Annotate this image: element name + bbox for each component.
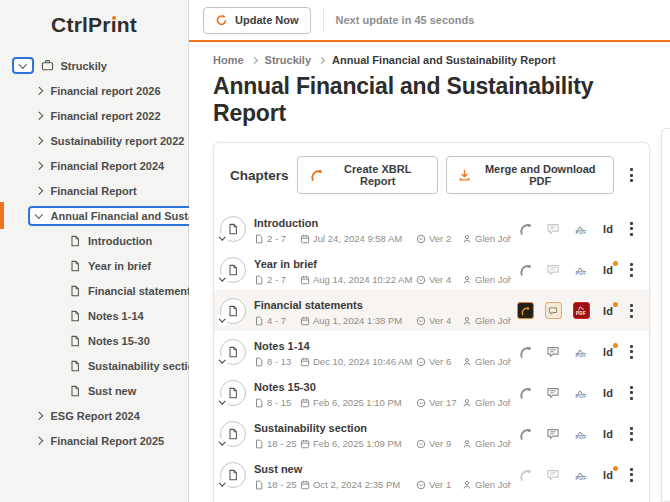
tree-item-box[interactable]: Financial Report 2024 [28,156,172,176]
pdf-action[interactable]: PDF PDF [567,472,595,478]
chapter-avatar[interactable] [220,421,246,447]
tree-item-box[interactable]: Notes 15-30 [52,331,158,351]
sidebar-tree-item[interactable]: Struckily [0,53,188,78]
sidebar-tree-item[interactable]: Financial Report 2024 [0,153,188,178]
sidebar-tree-item[interactable]: ESG Report 2024 [0,403,188,428]
sidebar-tree-item[interactable]: Financial Report [0,178,188,203]
sidebar-tree-item[interactable]: Annual Financial and Sustainab... [0,203,188,228]
chevron-down-icon[interactable] [19,60,27,68]
chapter-name[interactable]: Introduction [254,217,318,229]
id-action[interactable]: Id [595,305,621,317]
xbrl-action[interactable] [511,427,539,441]
pdf-action[interactable]: PDF PDF [567,431,595,437]
more-options-icon[interactable] [621,424,641,444]
tree-item-label[interactable]: Financial report 2026 [51,85,161,97]
more-options-icon[interactable] [621,260,641,280]
more-options-icon[interactable] [622,165,641,185]
breadcrumb-item-home[interactable]: Home [213,54,244,66]
xbrl-action[interactable] [511,468,539,482]
chapter-row[interactable]: Sustainability section 18 - 25 Feb 6, 20… [214,413,649,454]
tree-item-label[interactable]: Financial Report 2024 [51,160,165,172]
chevron-down-icon[interactable] [217,438,228,449]
chevron-right-icon[interactable] [35,112,43,120]
more-options-icon[interactable] [621,465,641,485]
xbrl-action[interactable] [511,345,539,359]
chapter-row[interactable]: Notes 15-30 8 - 15 Feb 6, 2025 1:10 PM V… [214,372,649,413]
tree-item-label[interactable]: Sustainability section [88,360,201,372]
id-action[interactable]: Id [595,428,621,440]
chevron-down-icon[interactable] [217,397,228,408]
sidebar-tree-item[interactable]: Notes 1-14 [0,303,188,328]
tree-item-box[interactable]: Year in brief [52,256,159,276]
comments-action[interactable] [539,468,567,482]
tree-item-box[interactable]: Sustainability section [52,356,209,376]
chapter-avatar[interactable] [220,216,246,242]
tree-item-label[interactable]: Struckily [61,60,107,72]
chevron-right-icon[interactable] [35,87,43,95]
sidebar-tree-item[interactable]: Sustainability report 2022 [0,128,188,153]
pdf-action[interactable]: PDF PDF [567,302,595,319]
sidebar-tree-item[interactable]: Notes 15-30 [0,328,188,353]
chapter-name[interactable]: Sust new [254,463,302,475]
sidebar-tree-item[interactable]: Introduction [0,228,188,253]
id-action[interactable]: Id [595,387,621,399]
sidebar-tree-item[interactable]: Financial Report 2025 [0,428,188,453]
chevron-right-icon[interactable] [35,187,43,195]
xbrl-action[interactable] [511,263,539,277]
more-options-icon[interactable] [621,301,641,321]
chevron-down-icon[interactable] [217,479,228,490]
chapter-row[interactable]: Year in brief 2 - 7 Aug 14, 2024 10:22 A… [214,249,649,290]
tree-item-box[interactable]: Financial report 2026 [28,81,169,101]
tree-item-label[interactable]: Sust new [88,385,136,397]
sidebar-tree-item[interactable]: Sust new [0,378,188,403]
chapter-name[interactable]: Notes 1-14 [254,340,310,352]
chevron-down-icon[interactable] [35,210,43,218]
id-action[interactable]: Id [595,264,621,276]
tree-item-label[interactable]: Year in brief [88,260,151,272]
tree-item-box[interactable]: Struckily [6,53,115,79]
sidebar-tree-item[interactable]: Year in brief [0,253,188,278]
chapter-name[interactable]: Notes 15-30 [254,381,316,393]
tree-item-label[interactable]: Financial report 2022 [51,110,161,122]
tree-item-box[interactable]: Financial statements [52,281,205,301]
sidebar-tree-item[interactable]: Financial statements [0,278,188,303]
create-xbrl-report-button[interactable]: Create XBRL Report [297,156,438,194]
xbrl-action[interactable] [511,222,539,236]
tree-item-label[interactable]: Financial Report 2025 [51,435,165,447]
id-action[interactable]: Id [595,469,621,481]
tree-item-box[interactable]: Introduction [52,231,160,251]
chapter-row[interactable]: Financial statements 4 - 7 Aug 1, 2024 1… [214,290,649,331]
comments-action[interactable] [539,263,567,277]
tree-item-label[interactable]: Financial Report [51,185,137,197]
tree-item-label[interactable]: ESG Report 2024 [51,410,140,422]
chevron-right-icon[interactable] [35,162,43,170]
sidebar-tree-item[interactable]: Financial report 2022 [0,103,188,128]
more-options-icon[interactable] [621,383,641,403]
chevron-right-icon[interactable] [35,412,43,420]
chapter-avatar[interactable] [220,298,246,324]
chapter-avatar[interactable] [220,339,246,365]
tree-item-box[interactable]: Financial report 2022 [28,106,169,126]
chapter-avatar[interactable] [220,462,246,488]
update-now-button[interactable]: Update Now [203,7,311,34]
chapter-name[interactable]: Financial statements [254,299,363,311]
pdf-action[interactable]: PDF PDF [567,226,595,232]
chapter-name[interactable]: Sustainability section [254,422,367,434]
more-options-icon[interactable] [621,342,641,362]
comments-action[interactable] [539,386,567,400]
pdf-action[interactable]: PDF PDF [567,267,595,273]
xbrl-action[interactable] [511,302,539,319]
merge-download-pdf-button[interactable]: Merge and Download PDF [446,156,614,194]
pdf-action[interactable]: PDF PDF [567,349,595,355]
tree-item-box[interactable]: Sustainability report 2022 [28,131,192,151]
chapter-name[interactable]: Year in brief [254,258,317,270]
chevron-down-icon[interactable] [217,274,228,285]
id-action[interactable]: Id [595,346,621,358]
chevron-right-icon[interactable] [35,437,43,445]
tree-item-label[interactable]: Introduction [88,235,152,247]
chapter-row[interactable]: Notes 1-14 8 - 13 Dec 10, 2024 10:46 AM … [214,331,649,372]
chevron-right-icon[interactable] [35,137,43,145]
breadcrumb-item-struckily[interactable]: Struckily [265,54,311,66]
chevron-down-icon[interactable] [217,315,228,326]
chevron-down-icon[interactable] [217,356,228,367]
